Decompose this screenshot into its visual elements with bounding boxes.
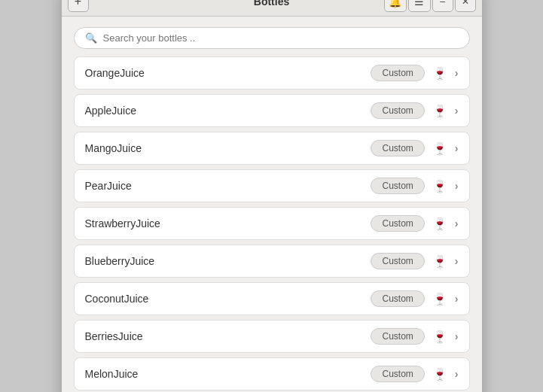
bottle-list: OrangeJuice Custom 🍷 › AppleJuice Custom… bbox=[74, 56, 470, 392]
bottle-name: OrangeJuice bbox=[85, 67, 371, 79]
bottle-badge: Custom bbox=[371, 65, 424, 81]
list-item[interactable]: StrawberryJuice Custom 🍷 › bbox=[74, 207, 470, 240]
bottle-name: AppleJuice bbox=[85, 105, 371, 117]
bottle-name: StrawberryJuice bbox=[85, 217, 371, 229]
main-content: 🔍 OrangeJuice Custom 🍷 › AppleJuice Cust… bbox=[62, 17, 482, 392]
minimize-button[interactable]: – bbox=[432, 0, 453, 12]
bottle-name: CoconutJuice bbox=[85, 293, 371, 305]
chevron-right-icon: › bbox=[455, 330, 459, 342]
wine-icon: 🍷 bbox=[432, 254, 447, 269]
bottle-badge: Custom bbox=[371, 328, 424, 345]
titlebar-right: 🔔 ☰ – ✕ bbox=[384, 0, 476, 12]
chevron-right-icon: › bbox=[455, 180, 459, 192]
wine-icon: 🍷 bbox=[432, 217, 447, 231]
hamburger-icon: ☰ bbox=[414, 0, 424, 8]
bottle-badge: Custom bbox=[371, 253, 424, 269]
minimize-icon: – bbox=[440, 0, 445, 7]
close-icon: ✕ bbox=[462, 0, 469, 7]
add-bottle-button[interactable]: + bbox=[68, 0, 89, 12]
bottle-badge: Custom bbox=[371, 102, 424, 119]
list-item[interactable]: CoconutJuice Custom 🍷 › bbox=[74, 282, 470, 315]
search-input[interactable] bbox=[103, 32, 459, 44]
list-item[interactable]: PearJuice Custom 🍷 › bbox=[74, 169, 470, 202]
titlebar: + Bottles 🔔 ☰ – ✕ bbox=[62, 0, 482, 17]
chevron-right-icon: › bbox=[455, 217, 459, 229]
chevron-right-icon: › bbox=[455, 293, 459, 305]
wine-icon: 🍷 bbox=[432, 141, 447, 156]
notifications-button[interactable]: 🔔 bbox=[384, 0, 407, 12]
wine-icon: 🍷 bbox=[432, 292, 447, 306]
bottle-name: MangoJuice bbox=[85, 142, 371, 154]
titlebar-left: + bbox=[68, 0, 89, 12]
bottle-name: BerriesJuice bbox=[85, 330, 371, 342]
bell-icon: 🔔 bbox=[389, 0, 401, 8]
close-button[interactable]: ✕ bbox=[455, 0, 476, 12]
chevron-right-icon: › bbox=[455, 368, 459, 380]
list-item[interactable]: AppleJuice Custom 🍷 › bbox=[74, 94, 470, 127]
list-item[interactable]: MelonJuice Custom 🍷 › bbox=[74, 357, 470, 390]
list-item[interactable]: OrangeJuice Custom 🍷 › bbox=[74, 56, 470, 90]
main-window: + Bottles 🔔 ☰ – ✕ 🔍 OrangeJuice Cust bbox=[61, 0, 483, 392]
list-item[interactable]: MangoJuice Custom 🍷 › bbox=[74, 132, 470, 165]
search-bar: 🔍 bbox=[74, 27, 470, 49]
bottle-name: PearJuice bbox=[85, 180, 371, 192]
wine-icon: 🍷 bbox=[432, 66, 447, 81]
list-item[interactable]: BerriesJuice Custom 🍷 › bbox=[74, 320, 470, 353]
chevron-right-icon: › bbox=[455, 105, 459, 117]
bottle-badge: Custom bbox=[371, 215, 424, 232]
bottle-name: BlueberryJuice bbox=[85, 255, 371, 267]
chevron-right-icon: › bbox=[455, 67, 459, 79]
bottle-name: MelonJuice bbox=[85, 368, 371, 380]
wine-icon: 🍷 bbox=[432, 330, 447, 344]
chevron-right-icon: › bbox=[455, 255, 459, 267]
search-icon: 🔍 bbox=[85, 32, 97, 44]
menu-button[interactable]: ☰ bbox=[408, 0, 431, 12]
window-title: Bottles bbox=[254, 0, 289, 8]
bottle-badge: Custom bbox=[371, 366, 424, 382]
bottle-badge: Custom bbox=[371, 290, 424, 307]
chevron-right-icon: › bbox=[455, 142, 459, 154]
bottle-badge: Custom bbox=[371, 140, 424, 156]
bottle-badge: Custom bbox=[371, 178, 424, 194]
wine-icon: 🍷 bbox=[432, 367, 447, 381]
wine-icon: 🍷 bbox=[432, 179, 447, 193]
list-item[interactable]: BlueberryJuice Custom 🍷 › bbox=[74, 245, 470, 278]
plus-icon: + bbox=[75, 0, 81, 8]
wine-icon: 🍷 bbox=[432, 104, 447, 118]
